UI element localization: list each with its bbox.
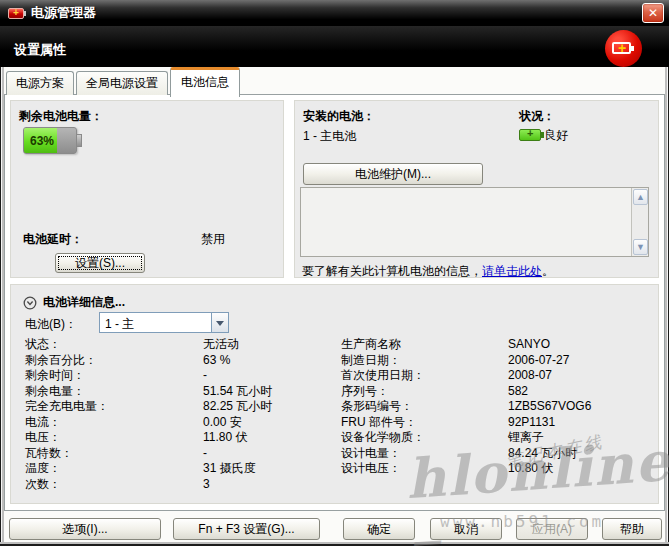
detail-label: 电流： xyxy=(25,415,203,431)
options-button[interactable]: 选项(I)... xyxy=(9,518,161,540)
tab-power-schemes[interactable]: 电源方案 xyxy=(6,71,74,95)
chevron-down-icon[interactable] xyxy=(211,313,228,332)
detail-row: 序列号： 582 xyxy=(341,384,666,400)
detail-label: 电压： xyxy=(25,430,203,446)
settings-button[interactable]: 设置(S)... xyxy=(55,253,145,273)
detail-row: 制造日期： 2006-07-27 xyxy=(341,353,666,369)
detail-row: 电压： 11.80 伏 xyxy=(25,430,335,446)
detail-value: 2008-07 xyxy=(508,368,666,384)
detail-row: 剩余百分比： 63 % xyxy=(25,353,335,369)
battery-details-left-column: 状态： 无活动 剩余百分比： 63 % 剩余时间： - 剩余电量： xyxy=(25,337,335,492)
scroll-down-icon[interactable]: ▼ xyxy=(633,239,648,255)
detail-row: FRU 部件号： 92P1131 xyxy=(341,415,666,431)
detail-label: 设计电压： xyxy=(341,461,508,477)
detail-value: - xyxy=(203,446,335,462)
detail-value: 1ZB5S67VOG6 xyxy=(508,399,666,415)
remaining-power-label: 剩余电池电量： xyxy=(19,108,103,125)
remaining-power-panel: 剩余电池电量： 63% 电池延时： 禁用 设置(S)... xyxy=(10,100,284,278)
detail-value: 3 xyxy=(203,477,335,493)
detail-row: 状态： 无活动 xyxy=(25,337,335,353)
window-border-bottom xyxy=(0,542,669,546)
installed-battery-panel: 安装的电池： 状况： 1 - 主电池 良好 电池维护(M)... ▲ ▼ 要了解… xyxy=(294,100,659,278)
ok-button[interactable]: 确定 xyxy=(343,518,415,540)
help-button[interactable]: 帮助 xyxy=(602,518,662,540)
detail-label: 剩余时间： xyxy=(25,368,203,384)
battery-plus-badge-icon: + xyxy=(605,30,642,67)
detail-row: 生产商名称 SANYO xyxy=(341,337,666,353)
tab-battery-information[interactable]: 电池信息 xyxy=(170,67,240,97)
detail-label: 首次使用日期： xyxy=(341,368,508,384)
detail-value: 582 xyxy=(508,384,666,400)
detail-value: 2006-07-27 xyxy=(508,353,666,369)
detail-label: 设计电量： xyxy=(341,446,508,462)
detail-label: 条形码编号： xyxy=(341,399,508,415)
detail-label: 生产商名称 xyxy=(341,337,508,353)
battery-details-title: 电池详细信息... xyxy=(43,294,125,311)
battery-details-right-column: 生产商名称 SANYO 制造日期： 2006-07-27 首次使用日期： 200… xyxy=(341,337,666,477)
condition-status: 良好 xyxy=(519,127,568,144)
cancel-button[interactable]: 取消 xyxy=(430,518,502,540)
detail-value: 无活动 xyxy=(203,337,335,353)
scroll-up-icon[interactable]: ▲ xyxy=(633,189,648,205)
fn-f3-settings-button[interactable]: Fn + F3 设置(G)... xyxy=(173,518,320,540)
detail-label: 制造日期： xyxy=(341,353,508,369)
message-scrollbar[interactable]: ▲ ▼ xyxy=(631,188,648,256)
detail-label: 次数： xyxy=(25,477,203,493)
detail-row: 完全充电电量： 82.25 瓦小时 xyxy=(25,399,335,415)
battery-info-line: 要了解有关此计算机电池的信息，请单击此处。 xyxy=(302,263,554,280)
click-here-link[interactable]: 请单击此处 xyxy=(482,264,542,278)
app-battery-icon xyxy=(8,8,24,19)
detail-row: 设备化学物质： 锂离子 xyxy=(341,430,666,446)
detail-label: 剩余电量： xyxy=(25,384,203,400)
detail-value: 63 % xyxy=(203,353,335,369)
battery-select-dropdown[interactable]: 1 - 主 xyxy=(99,312,229,333)
detail-value: SANYO xyxy=(508,337,666,353)
battery-message-box[interactable]: ▲ ▼ xyxy=(300,187,649,257)
tab-global-power-settings[interactable]: 全局电源设置 xyxy=(76,71,168,95)
collapse-arrow-icon xyxy=(23,296,37,310)
detail-label: 设备化学物质： xyxy=(341,430,508,446)
good-battery-icon xyxy=(519,129,541,141)
power-manager-window: 电源管理器 ✕ 设置属性 + 电源方案 全局电源设置 电池信息 剩余电池电量： … xyxy=(0,0,669,546)
header-band: 设置属性 + xyxy=(0,26,669,67)
detail-row: 电流： 0.00 安 xyxy=(25,415,335,431)
battery-terminal xyxy=(77,134,82,147)
detail-value: 84.24 瓦小时 xyxy=(508,446,666,462)
battery-maintenance-button[interactable]: 电池维护(M)... xyxy=(303,163,483,185)
battery-info-page: 剩余电池电量： 63% 电池延时： 禁用 设置(S)... 安装的电池： 状况：… xyxy=(4,94,665,511)
detail-label: 温度： xyxy=(25,461,203,477)
window-title: 电源管理器 xyxy=(31,4,96,22)
detail-row: 首次使用日期： 2008-07 xyxy=(341,368,666,384)
detail-row: 剩余电量： 51.54 瓦小时 xyxy=(25,384,335,400)
detail-value: 31 摄氏度 xyxy=(203,461,335,477)
page-title: 设置属性 xyxy=(14,41,66,59)
detail-label: 完全充电电量： xyxy=(25,399,203,415)
battery-delay-value: 禁用 xyxy=(201,231,225,248)
battery-details-panel: 电池详细信息... 电池(B)： 1 - 主 状态： 无活动 剩余百分比： 63… xyxy=(10,284,659,504)
battery-level-indicator: 63% xyxy=(23,127,77,154)
condition-label: 状况： xyxy=(519,108,555,125)
detail-row: 条形码编号： 1ZB5S67VOG6 xyxy=(341,399,666,415)
detail-value: 82.25 瓦小时 xyxy=(203,399,335,415)
detail-label: 状态： xyxy=(25,337,203,353)
detail-row: 温度： 31 摄氏度 xyxy=(25,461,335,477)
detail-row: 设计电量： 84.24 瓦小时 xyxy=(341,446,666,462)
battery-details-header[interactable]: 电池详细信息... xyxy=(23,294,125,311)
apply-button: 应用(A) xyxy=(516,518,588,540)
battery-percent-text: 63% xyxy=(30,134,54,148)
detail-value: 11.80 伏 xyxy=(203,430,335,446)
detail-label: 序列号： xyxy=(341,384,508,400)
installed-battery-value: 1 - 主电池 xyxy=(303,128,356,145)
detail-row: 次数： 3 xyxy=(25,477,335,493)
detail-value: 10.80 伏 xyxy=(508,461,666,477)
battery-select-value: 1 - 主 xyxy=(105,316,134,333)
condition-value: 良好 xyxy=(544,128,568,142)
titlebar[interactable]: 电源管理器 ✕ xyxy=(0,0,669,26)
installed-batteries-label: 安装的电池： xyxy=(303,108,375,125)
detail-value: 92P1131 xyxy=(508,415,666,431)
info-text: 要了解有关此计算机电池的信息， xyxy=(302,264,482,278)
close-button[interactable]: ✕ xyxy=(642,3,664,23)
tab-strip: 电源方案 全局电源设置 电池信息 xyxy=(6,70,242,95)
detail-row: 瓦特数： - xyxy=(25,446,335,462)
detail-value: - xyxy=(203,368,335,384)
